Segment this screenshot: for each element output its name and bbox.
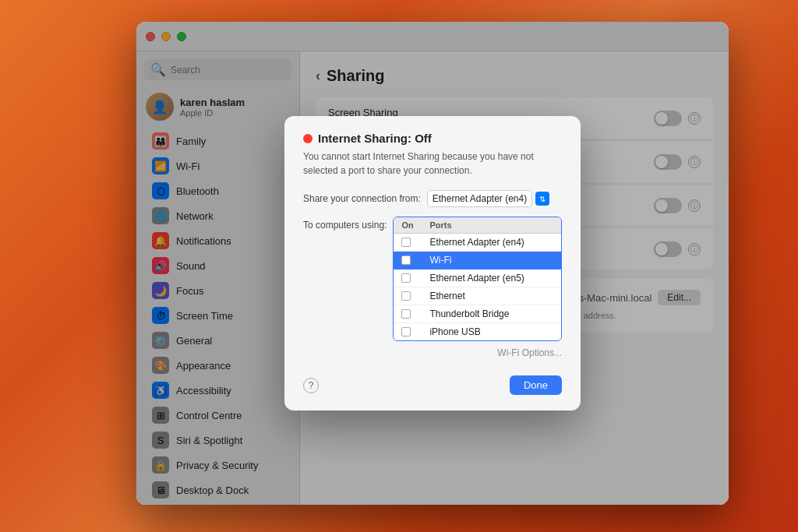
modal-title-text: Internet Sharing: Off — [318, 132, 432, 145]
ports-table-wrapper: On Ports Ethernet Adapter (en4) Wi-Fi — [393, 217, 562, 371]
wifi-options-row: Wi-Fi Options... — [393, 347, 562, 358]
port-label-iphone: iPhone USB — [429, 326, 553, 337]
port-checkbox-ethernet[interactable] — [401, 291, 411, 301]
port-row-ethernet[interactable]: Ethernet — [394, 287, 561, 305]
port-label-en5: Ethernet Adapter (en5) — [429, 273, 553, 284]
ports-header-ports: Ports — [429, 220, 553, 230]
port-label-wifi: Wi-Fi — [429, 255, 553, 266]
port-row-thunderbolt[interactable]: Thunderbolt Bridge — [394, 305, 561, 322]
port-row-wifi[interactable]: Wi-Fi — [394, 251, 561, 269]
port-checkbox-wifi[interactable] — [401, 255, 411, 265]
port-checkbox-en5[interactable] — [401, 273, 411, 283]
modal-description: You cannot start Internet Sharing becaus… — [303, 150, 562, 178]
share-from-row: Share your connection from: Ethernet Ada… — [303, 190, 562, 207]
port-label-thunderbolt: Thunderbolt Bridge — [429, 308, 553, 319]
done-button[interactable]: Done — [510, 375, 562, 395]
share-from-label: Share your connection from: — [303, 193, 421, 204]
ports-header-on: On — [401, 220, 429, 230]
modal-status-dot — [303, 134, 312, 143]
port-label-ethernet: Ethernet — [429, 291, 553, 301]
to-computers-row: To computers using: On Ports Ethernet Ad… — [303, 217, 562, 371]
port-row-en4[interactable]: Ethernet Adapter (en4) — [394, 234, 561, 251]
port-checkbox-en4[interactable] — [401, 238, 411, 247]
help-button[interactable]: ? — [303, 378, 319, 393]
system-preferences-window: 🔍 👤 karen haslam Apple ID 👨‍👩‍👧 Family 📶… — [136, 22, 729, 505]
port-row-iphone[interactable]: iPhone USB — [394, 322, 561, 340]
ports-table: On Ports Ethernet Adapter (en4) Wi-Fi — [393, 217, 562, 341]
port-label-en4: Ethernet Adapter (en4) — [429, 237, 553, 248]
select-arrow-icon[interactable]: ⇅ — [535, 192, 549, 206]
share-from-select[interactable]: Ethernet Adapter (en4) — [427, 190, 532, 207]
port-checkbox-thunderbolt[interactable] — [401, 309, 411, 319]
modal-title: Internet Sharing: Off — [303, 132, 562, 145]
ports-header: On Ports — [394, 217, 561, 234]
port-row-en5[interactable]: Ethernet Adapter (en5) — [394, 269, 561, 287]
to-computers-label: To computers using: — [303, 217, 387, 231]
share-from-select-wrapper: Ethernet Adapter (en4) ⇅ — [427, 190, 549, 207]
modal-overlay: Internet Sharing: Off You cannot start I… — [136, 22, 729, 505]
port-checkbox-iphone[interactable] — [401, 327, 411, 336]
wifi-options-button[interactable]: Wi-Fi Options... — [497, 347, 562, 358]
modal-footer: ? Done — [303, 375, 562, 395]
internet-sharing-modal: Internet Sharing: Off You cannot start I… — [284, 116, 581, 410]
